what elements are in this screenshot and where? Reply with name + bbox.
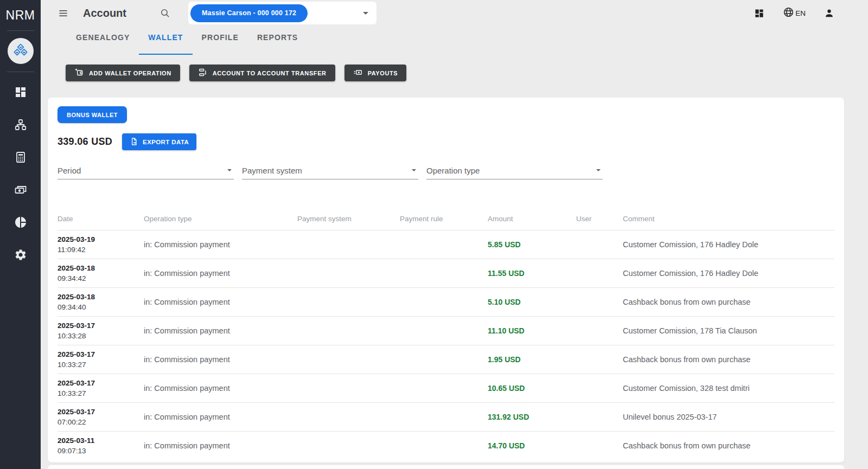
sidebar-item-reports[interactable] xyxy=(0,206,41,239)
operation-type-filter-select[interactable]: Operation type xyxy=(426,163,603,179)
dashboard-icon xyxy=(14,86,27,99)
sidebar-item-dashboard[interactable] xyxy=(0,76,41,108)
payment-rule xyxy=(400,402,488,431)
operation-user xyxy=(576,316,623,345)
sidebar-item-settings[interactable] xyxy=(0,239,41,271)
payment-rule xyxy=(400,287,488,316)
operation-time: 09:34:40 xyxy=(58,302,144,312)
page-title: Account xyxy=(83,7,126,20)
table-row[interactable]: 2025-03-11 09:07:13 in: Commission payme… xyxy=(58,431,834,460)
operation-type: in: Commission payment xyxy=(144,259,297,287)
operation-type: in: Commission payment xyxy=(144,402,297,431)
topbar: Account Massie Carson - 000 000 172 EN xyxy=(41,0,868,26)
payment-system-filter-select[interactable]: Payment system xyxy=(242,163,418,179)
table-row[interactable]: 2025-03-17 10:33:27 in: Commission payme… xyxy=(58,345,834,374)
operation-comment: Cashback bonus from own purchase xyxy=(623,345,834,374)
payment-system xyxy=(297,230,400,259)
payouts-button[interactable]: PAYOUTS xyxy=(344,65,407,81)
sidebar-item-calculator[interactable] xyxy=(0,141,41,174)
sidebar-item-genealogy[interactable] xyxy=(0,108,41,141)
gear-icon xyxy=(14,248,27,261)
operation-user xyxy=(576,374,623,402)
pie-chart-icon xyxy=(14,216,27,229)
account-tabs: GENEALOGY WALLET PROFILE REPORTS xyxy=(41,26,868,55)
table-row[interactable]: 2025-03-17 07:00:22 in: Commission payme… xyxy=(58,402,834,431)
operation-date: 2025-03-18 xyxy=(58,292,144,302)
chevron-down-icon xyxy=(596,169,601,171)
operation-comment: Unilevel bonus 2025-03-17 xyxy=(623,402,834,431)
main-content: Account Massie Carson - 000 000 172 EN xyxy=(41,0,868,469)
table-row[interactable]: 2025-03-18 09:34:42 in: Commission payme… xyxy=(58,259,834,287)
operation-time: 11:09:42 xyxy=(58,245,144,255)
add-wallet-operation-button[interactable]: ADD WALLET OPERATION xyxy=(66,65,180,81)
operation-time: 10:33:27 xyxy=(58,388,144,399)
operation-user xyxy=(576,287,623,316)
column-header: User xyxy=(576,190,623,230)
operation-time: 10:33:28 xyxy=(58,331,144,341)
payment-system xyxy=(297,259,400,287)
operation-date: 2025-03-17 xyxy=(58,378,144,388)
apps-grid-icon[interactable] xyxy=(754,8,764,18)
globe-icon xyxy=(783,7,794,20)
operation-amount: 11.55 USD xyxy=(488,259,576,287)
hamburger-menu-icon[interactable] xyxy=(58,8,68,18)
operation-date: 2025-03-17 xyxy=(58,320,144,331)
add-wallet-icon xyxy=(74,68,84,78)
org-tree-icon xyxy=(14,118,27,131)
divider xyxy=(7,72,34,72)
sidebar-nav xyxy=(0,76,41,271)
banknote-icon xyxy=(14,183,27,196)
operation-time: 07:00:22 xyxy=(58,417,144,427)
account-selector[interactable]: Massie Carson - 000 000 172 xyxy=(188,2,376,24)
user-profile-icon[interactable] xyxy=(824,8,834,18)
diamonds-logo-icon xyxy=(12,43,29,59)
column-header: Payment system xyxy=(297,190,400,230)
tab-profile[interactable]: PROFILE xyxy=(193,26,248,55)
sidebar: NRM xyxy=(0,0,41,469)
operation-amount: 14.70 USD xyxy=(488,431,576,460)
table-row[interactable]: 2025-03-19 11:09:42 in: Commission payme… xyxy=(58,230,834,259)
table-row[interactable]: 2025-03-18 09:34:40 in: Commission payme… xyxy=(58,287,834,316)
bonus-wallet-chip[interactable]: BONUS WALLET xyxy=(58,106,127,123)
export-data-button[interactable]: EXPORT DATA xyxy=(122,133,196,150)
payment-system xyxy=(297,374,400,402)
company-logo-button[interactable] xyxy=(8,38,34,64)
table-row[interactable]: 2025-03-17 10:33:28 in: Commission payme… xyxy=(58,316,834,345)
tab-genealogy[interactable]: GENEALOGY xyxy=(67,26,139,55)
next-card-edge xyxy=(48,465,844,469)
wallet-actions: ADD WALLET OPERATION ACCOUNT TO ACCOUNT … xyxy=(41,65,868,81)
operation-amount: 5.85 USD xyxy=(488,230,576,259)
tab-reports[interactable]: REPORTS xyxy=(248,26,307,55)
payment-rule xyxy=(400,230,488,259)
sidebar-item-wallet[interactable] xyxy=(0,174,41,206)
brand-logo: NRM xyxy=(6,8,35,23)
payment-rule xyxy=(400,259,488,287)
operation-type: in: Commission payment xyxy=(144,287,297,316)
operation-date: 2025-03-18 xyxy=(58,263,144,273)
operation-comment: Customer Comission, 176 Hadley Dole xyxy=(623,259,834,287)
operation-amount: 1.95 USD xyxy=(488,345,576,374)
search-icon[interactable] xyxy=(160,8,170,18)
operation-type: in: Commission payment xyxy=(144,316,297,345)
wallet-card: BONUS WALLET 339.06 USD EXPORT DATA Peri… xyxy=(48,98,844,462)
operation-date: 2025-03-19 xyxy=(58,234,144,245)
operation-user xyxy=(576,431,623,460)
payment-rule xyxy=(400,345,488,374)
period-filter-select[interactable]: Period xyxy=(58,163,234,179)
tab-wallet[interactable]: WALLET xyxy=(139,26,192,55)
table-header-row: DateOperation typePayment systemPayment … xyxy=(58,190,834,230)
operation-type: in: Commission payment xyxy=(144,345,297,374)
table-row[interactable]: 2025-03-17 10:33:27 in: Commission payme… xyxy=(58,374,834,402)
account-to-account-transfer-button[interactable]: ACCOUNT TO ACCOUNT TRANSFER xyxy=(189,65,335,81)
transfer-icon xyxy=(198,68,207,78)
operation-date: 2025-03-11 xyxy=(58,435,144,446)
operation-comment: Customer Comission, 176 Hadley Dole xyxy=(623,230,834,259)
payment-system xyxy=(297,287,400,316)
calculator-icon xyxy=(14,151,27,164)
operation-comment: Customer Comission, 328 test dmitri xyxy=(623,374,834,402)
wallet-table-body: 2025-03-19 11:09:42 in: Commission payme… xyxy=(58,230,834,460)
operation-amount: 131.92 USD xyxy=(488,402,576,431)
account-chip[interactable]: Massie Carson - 000 000 172 xyxy=(190,4,308,22)
wallet-operations-table: DateOperation typePayment systemPayment … xyxy=(58,190,834,460)
language-selector[interactable]: EN xyxy=(783,7,806,20)
